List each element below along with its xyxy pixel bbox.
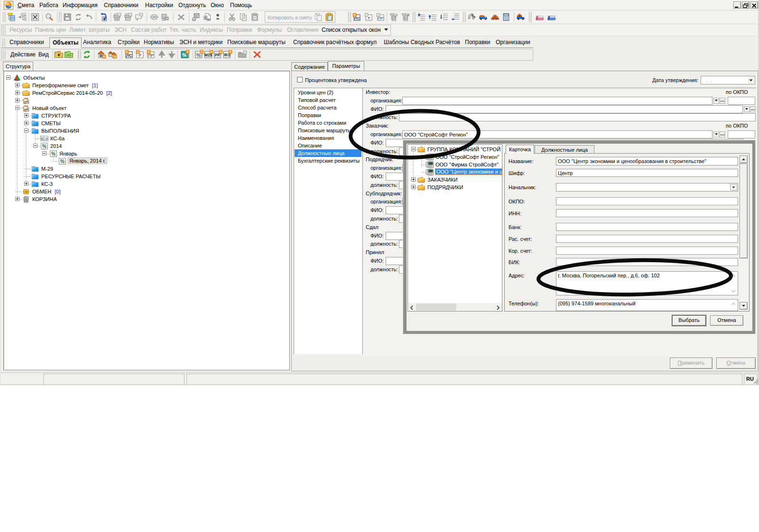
field-dropdown-button[interactable] xyxy=(744,106,750,112)
context-button-6[interactable]: Тех. часть xyxy=(169,27,196,33)
dialog-field-Корсчет[interactable] xyxy=(556,247,738,255)
tools-icon[interactable] xyxy=(467,13,476,21)
tab-поисковые-маршруты[interactable]: Поисковые маршруты xyxy=(227,38,286,47)
dialog-field-ОКПО[interactable] xyxy=(556,197,738,205)
action-menu-1[interactable]: Действие xyxy=(10,51,36,58)
dialog-field-Адрес[interactable]: г. Москва, Погорельский пер., д.6, оф. 1… xyxy=(556,271,738,295)
tree-edit-icon[interactable] xyxy=(389,13,398,21)
folder-minus-icon[interactable] xyxy=(64,50,73,58)
folder-settings-icon[interactable] xyxy=(238,50,246,58)
dialog-field-Название[interactable]: ООО "Центр экономики и ценообразования в… xyxy=(556,157,738,165)
menu-item-2[interactable]: Работа xyxy=(39,2,58,9)
tree-item-9[interactable]: КС-6КС-6а xyxy=(4,135,289,142)
section-item-7[interactable]: Наименования xyxy=(295,134,361,142)
tab-объекты[interactable]: Объекты xyxy=(49,37,82,48)
house-settings-icon[interactable] xyxy=(97,50,105,58)
page-edit-icon[interactable] xyxy=(203,13,212,21)
section-item-9[interactable]: Должностные лица xyxy=(295,149,361,157)
tree-subordinate-icon[interactable] xyxy=(18,13,27,21)
approval-date-combo[interactable]: . . xyxy=(701,76,755,84)
indent-first-icon[interactable] xyxy=(417,13,426,21)
context-button-9[interactable]: Формулы xyxy=(257,27,282,33)
print-settings-alt-icon[interactable] xyxy=(124,13,132,21)
okpo-field[interactable] xyxy=(728,97,755,105)
dialog-cancel-button[interactable]: Отмена xyxy=(710,315,743,326)
tree-delete-icon[interactable] xyxy=(401,13,410,21)
section-item-10[interactable]: Бухгалтерские реквизиты xyxy=(295,157,361,165)
dialog-tree-item-5[interactable]: ЗАКАЗЧИКИ xyxy=(408,176,502,183)
bricks-icon[interactable] xyxy=(491,13,499,21)
copy-gray-icon[interactable] xyxy=(314,13,323,21)
dialog-field-Рассчет[interactable] xyxy=(556,235,738,243)
scroll-up-button[interactable] xyxy=(740,156,748,163)
expand-icon[interactable] xyxy=(24,182,28,186)
refresh-green-icon[interactable] xyxy=(82,50,91,58)
cut-icon[interactable] xyxy=(228,13,236,21)
search-icon[interactable] xyxy=(45,13,53,21)
open-windows-dropdown[interactable]: Список открытых окон xyxy=(322,27,388,33)
apply-button[interactable]: Применить xyxy=(670,358,713,369)
context-button-4[interactable]: ЭСН xyxy=(114,27,127,33)
menu-item-8[interactable]: Помощь xyxy=(230,2,252,9)
tree-item-3[interactable]: РемСтройСервис 2014-05-20[2] xyxy=(4,89,289,97)
undo-icon[interactable] xyxy=(85,13,93,21)
tab-шаблоны-сводных-расчётов[interactable]: Шаблоны Сводных Расчётов xyxy=(384,38,460,47)
m29-box-icon[interactable]: М29 xyxy=(204,50,213,58)
tab-справочник-расчётных-формул[interactable]: Справочник расчётных формул xyxy=(293,38,377,47)
dialog-tree-item-4[interactable]: ООО "Центр экономики и ц xyxy=(408,168,502,176)
menu-item-6[interactable]: Отдохнуть xyxy=(178,2,206,9)
context-button-8[interactable]: Поправки xyxy=(227,27,252,33)
dialog-tree-item-6[interactable]: ПОДРЯДЧИКИ xyxy=(408,183,502,191)
excel-export-icon[interactable] xyxy=(31,13,39,21)
tab-стройки[interactable]: Стройки xyxy=(118,38,139,47)
blocks-icon[interactable] xyxy=(161,13,169,21)
rr-box-icon[interactable]: РР xyxy=(213,50,222,58)
folder-up-icon[interactable] xyxy=(54,50,63,58)
fz-box-icon[interactable]: ФЗ xyxy=(223,50,231,58)
collapse-icon[interactable] xyxy=(6,75,10,80)
doc-r-icon[interactable]: Р xyxy=(364,13,373,21)
field-dropdown-button[interactable] xyxy=(713,131,719,138)
trash-icon-icon[interactable] xyxy=(22,195,31,204)
menu-item-1[interactable]: Смета xyxy=(18,2,34,9)
dialog-select-button[interactable]: Выбрать xyxy=(672,315,706,326)
save-icon[interactable] xyxy=(63,13,72,21)
tab-parameters[interactable]: Параметры xyxy=(328,61,364,71)
tab-нормативы[interactable]: Нормативы xyxy=(144,38,174,47)
field-dropdown-button[interactable] xyxy=(713,98,719,104)
tree-item-5[interactable]: Новый объект xyxy=(4,104,289,112)
copy-icon[interactable] xyxy=(239,13,248,21)
scroll-thumb[interactable] xyxy=(740,164,748,258)
tree-item-2[interactable]: Переоформление смет[1] xyxy=(4,82,289,89)
tree-item-15[interactable]: КС-3 xyxy=(4,180,289,188)
tab-поправки[interactable]: Поправки xyxy=(465,38,490,47)
menu-item-3[interactable]: Информация xyxy=(63,2,97,9)
houses-settings-icon[interactable] xyxy=(108,50,116,58)
expand-icon[interactable] xyxy=(24,121,28,125)
tree-item-1[interactable]: Объекты xyxy=(4,74,289,82)
collapse-icon[interactable] xyxy=(15,106,19,110)
dialog-tree-item-3[interactable]: ООО "Фирма СтройСофт" xyxy=(408,161,502,168)
section-item-2[interactable]: Типовой расчет xyxy=(295,96,361,104)
percent-approved-checkbox[interactable] xyxy=(297,77,303,83)
indent-up-icon[interactable] xyxy=(428,13,437,21)
arrow-down-icon[interactable] xyxy=(167,50,176,58)
indent-down-icon[interactable] xyxy=(440,13,448,21)
form-cancel-button[interactable]: Отмена xyxy=(716,358,756,369)
tree-item-10[interactable]: %2014 xyxy=(4,142,289,150)
scroll-left-icon[interactable] xyxy=(409,304,415,310)
date-dropdown-icon[interactable] xyxy=(748,77,754,83)
form-field-ФИО[interactable] xyxy=(386,105,743,113)
context-button-7[interactable]: Индексы xyxy=(200,27,223,33)
dialog-field-Банк[interactable] xyxy=(556,223,738,231)
tab-организации[interactable]: Организации xyxy=(496,38,530,47)
context-button-5[interactable]: Состав работ xyxy=(131,27,167,33)
estimate-calc-icon[interactable] xyxy=(192,13,200,21)
percent-teal-icon[interactable]: % xyxy=(180,50,189,58)
okpo-field[interactable] xyxy=(728,130,755,138)
paste-color-icon[interactable] xyxy=(325,13,333,21)
form-field-организация[interactable]: ООО "СтройСофт Регион" xyxy=(402,130,713,138)
folder-yellow-icon-icon[interactable] xyxy=(417,183,426,192)
tree-item-14[interactable]: РЕСУРСНЫЕ РАСЧЕТЫ xyxy=(4,173,289,180)
window-close-button[interactable] xyxy=(750,1,758,9)
